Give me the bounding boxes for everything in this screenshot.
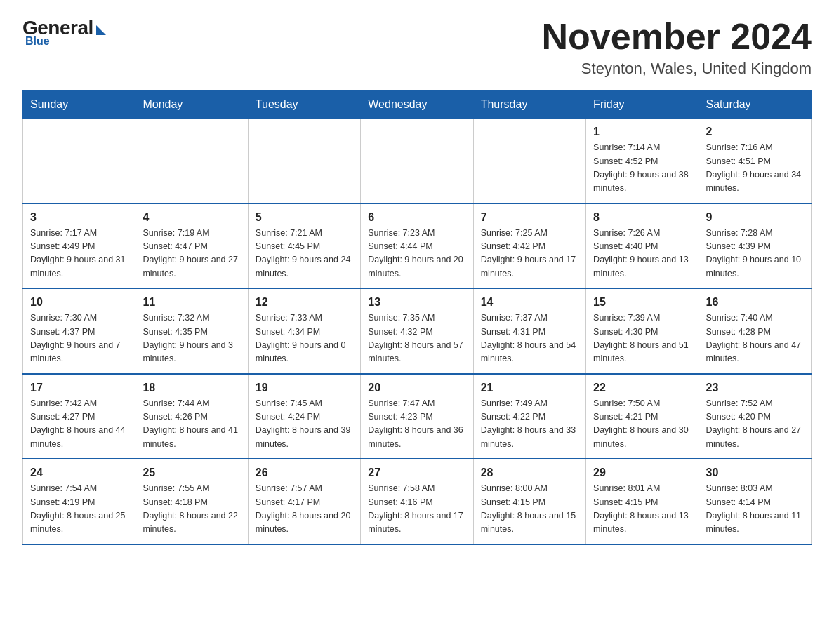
day-number: 27 <box>368 467 465 479</box>
day-info: Sunrise: 7:50 AM Sunset: 4:21 PM Dayligh… <box>593 397 691 452</box>
calendar-day-cell: 24Sunrise: 7:54 AM Sunset: 4:19 PM Dayli… <box>23 459 135 544</box>
calendar-day-cell: 25Sunrise: 7:55 AM Sunset: 4:18 PM Dayli… <box>135 459 248 544</box>
day-info: Sunrise: 8:00 AM Sunset: 4:15 PM Dayligh… <box>481 482 578 537</box>
logo-triangle-icon <box>96 25 106 35</box>
calendar-weekday-header: Thursday <box>473 91 585 119</box>
day-number: 30 <box>706 467 804 479</box>
calendar-week-row: 10Sunrise: 7:30 AM Sunset: 4:37 PM Dayli… <box>23 288 812 374</box>
day-info: Sunrise: 7:23 AM Sunset: 4:44 PM Dayligh… <box>368 227 465 281</box>
calendar-day-cell: 17Sunrise: 7:42 AM Sunset: 4:27 PM Dayli… <box>23 374 135 459</box>
calendar-day-cell: 2Sunrise: 7:16 AM Sunset: 4:51 PM Daylig… <box>699 119 811 203</box>
calendar-day-cell: 23Sunrise: 7:52 AM Sunset: 4:20 PM Dayli… <box>699 374 811 459</box>
day-info: Sunrise: 7:19 AM Sunset: 4:47 PM Dayligh… <box>143 227 240 281</box>
day-number: 24 <box>30 467 128 479</box>
day-info: Sunrise: 7:42 AM Sunset: 4:27 PM Dayligh… <box>30 397 128 452</box>
day-number: 26 <box>256 467 353 479</box>
day-number: 7 <box>481 211 578 224</box>
calendar-day-cell: 12Sunrise: 7:33 AM Sunset: 4:34 PM Dayli… <box>248 288 360 374</box>
calendar-day-cell: 14Sunrise: 7:37 AM Sunset: 4:31 PM Dayli… <box>473 288 585 374</box>
calendar-week-row: 1Sunrise: 7:14 AM Sunset: 4:52 PM Daylig… <box>23 119 812 203</box>
calendar-day-cell: 5Sunrise: 7:21 AM Sunset: 4:45 PM Daylig… <box>248 203 360 289</box>
day-number: 17 <box>30 382 128 394</box>
day-number: 22 <box>593 382 691 394</box>
day-info: Sunrise: 7:32 AM Sunset: 4:35 PM Dayligh… <box>143 311 240 366</box>
page-header: General Blue November 2024 Steynton, Wal… <box>22 17 812 78</box>
day-info: Sunrise: 7:26 AM Sunset: 4:40 PM Dayligh… <box>593 227 691 281</box>
day-number: 23 <box>706 382 804 394</box>
day-info: Sunrise: 7:37 AM Sunset: 4:31 PM Dayligh… <box>481 311 578 366</box>
day-number: 11 <box>143 296 240 309</box>
day-info: Sunrise: 7:58 AM Sunset: 4:16 PM Dayligh… <box>368 482 465 537</box>
day-info: Sunrise: 7:25 AM Sunset: 4:42 PM Dayligh… <box>481 227 578 281</box>
day-number: 8 <box>593 211 691 224</box>
calendar-weekday-header: Monday <box>135 91 248 119</box>
day-number: 28 <box>481 467 578 479</box>
day-info: Sunrise: 7:52 AM Sunset: 4:20 PM Dayligh… <box>706 397 804 452</box>
calendar-week-row: 24Sunrise: 7:54 AM Sunset: 4:19 PM Dayli… <box>23 459 812 544</box>
calendar-day-cell: 11Sunrise: 7:32 AM Sunset: 4:35 PM Dayli… <box>135 288 248 374</box>
calendar-day-cell: 29Sunrise: 8:01 AM Sunset: 4:15 PM Dayli… <box>586 459 699 544</box>
calendar-day-cell: 28Sunrise: 8:00 AM Sunset: 4:15 PM Dayli… <box>473 459 585 544</box>
calendar-day-cell: 8Sunrise: 7:26 AM Sunset: 4:40 PM Daylig… <box>586 203 699 289</box>
day-number: 18 <box>143 382 240 394</box>
day-number: 19 <box>256 382 353 394</box>
day-number: 25 <box>143 467 240 479</box>
day-number: 14 <box>481 296 578 309</box>
day-info: Sunrise: 7:49 AM Sunset: 4:22 PM Dayligh… <box>481 397 578 452</box>
calendar-day-cell: 3Sunrise: 7:17 AM Sunset: 4:49 PM Daylig… <box>23 203 135 289</box>
calendar-table: SundayMondayTuesdayWednesdayThursdayFrid… <box>22 90 812 545</box>
calendar-day-cell <box>248 119 360 203</box>
calendar-weekday-header: Saturday <box>699 91 811 119</box>
calendar-day-cell: 27Sunrise: 7:58 AM Sunset: 4:16 PM Dayli… <box>361 459 473 544</box>
day-info: Sunrise: 7:21 AM Sunset: 4:45 PM Dayligh… <box>256 227 353 281</box>
logo: General Blue <box>22 17 106 48</box>
calendar-day-cell: 7Sunrise: 7:25 AM Sunset: 4:42 PM Daylig… <box>473 203 585 289</box>
day-info: Sunrise: 7:16 AM Sunset: 4:51 PM Dayligh… <box>706 141 804 196</box>
calendar-weekday-header: Wednesday <box>361 91 473 119</box>
day-number: 9 <box>706 211 804 224</box>
calendar-day-cell <box>473 119 585 203</box>
day-number: 21 <box>481 382 578 394</box>
day-number: 12 <box>256 296 353 309</box>
calendar-day-cell <box>23 119 135 203</box>
day-number: 6 <box>368 211 465 224</box>
calendar-weekday-header: Sunday <box>23 91 135 119</box>
calendar-day-cell: 13Sunrise: 7:35 AM Sunset: 4:32 PM Dayli… <box>361 288 473 374</box>
day-info: Sunrise: 7:17 AM Sunset: 4:49 PM Dayligh… <box>30 227 128 281</box>
day-info: Sunrise: 7:30 AM Sunset: 4:37 PM Dayligh… <box>30 311 128 366</box>
day-number: 15 <box>593 296 691 309</box>
day-number: 13 <box>368 296 465 309</box>
day-info: Sunrise: 7:45 AM Sunset: 4:24 PM Dayligh… <box>256 397 353 452</box>
day-info: Sunrise: 7:28 AM Sunset: 4:39 PM Dayligh… <box>706 227 804 281</box>
calendar-day-cell: 20Sunrise: 7:47 AM Sunset: 4:23 PM Dayli… <box>361 374 473 459</box>
calendar-day-cell: 30Sunrise: 8:03 AM Sunset: 4:14 PM Dayli… <box>699 459 811 544</box>
calendar-day-cell <box>135 119 248 203</box>
calendar-weekday-header: Friday <box>586 91 699 119</box>
calendar-day-cell: 10Sunrise: 7:30 AM Sunset: 4:37 PM Dayli… <box>23 288 135 374</box>
day-number: 1 <box>593 126 691 138</box>
day-number: 10 <box>30 296 128 309</box>
day-info: Sunrise: 7:57 AM Sunset: 4:17 PM Dayligh… <box>256 482 353 537</box>
calendar-header-row: SundayMondayTuesdayWednesdayThursdayFrid… <box>23 91 812 119</box>
day-info: Sunrise: 8:03 AM Sunset: 4:14 PM Dayligh… <box>706 482 804 537</box>
calendar-week-row: 17Sunrise: 7:42 AM Sunset: 4:27 PM Dayli… <box>23 374 812 459</box>
day-info: Sunrise: 7:55 AM Sunset: 4:18 PM Dayligh… <box>143 482 240 537</box>
day-number: 3 <box>30 211 128 224</box>
calendar-week-row: 3Sunrise: 7:17 AM Sunset: 4:49 PM Daylig… <box>23 203 812 289</box>
day-info: Sunrise: 7:35 AM Sunset: 4:32 PM Dayligh… <box>368 311 465 366</box>
calendar-day-cell <box>361 119 473 203</box>
calendar-day-cell: 15Sunrise: 7:39 AM Sunset: 4:30 PM Dayli… <box>586 288 699 374</box>
day-info: Sunrise: 8:01 AM Sunset: 4:15 PM Dayligh… <box>593 482 691 537</box>
day-number: 20 <box>368 382 465 394</box>
calendar-day-cell: 19Sunrise: 7:45 AM Sunset: 4:24 PM Dayli… <box>248 374 360 459</box>
day-number: 16 <box>706 296 804 309</box>
calendar-day-cell: 21Sunrise: 7:49 AM Sunset: 4:22 PM Dayli… <box>473 374 585 459</box>
day-info: Sunrise: 7:47 AM Sunset: 4:23 PM Dayligh… <box>368 397 465 452</box>
calendar-day-cell: 16Sunrise: 7:40 AM Sunset: 4:28 PM Dayli… <box>699 288 811 374</box>
calendar-day-cell: 9Sunrise: 7:28 AM Sunset: 4:39 PM Daylig… <box>699 203 811 289</box>
day-info: Sunrise: 7:33 AM Sunset: 4:34 PM Dayligh… <box>256 311 353 366</box>
calendar-day-cell: 6Sunrise: 7:23 AM Sunset: 4:44 PM Daylig… <box>361 203 473 289</box>
calendar-day-cell: 1Sunrise: 7:14 AM Sunset: 4:52 PM Daylig… <box>586 119 699 203</box>
calendar-weekday-header: Tuesday <box>248 91 360 119</box>
logo-blue-text: Blue <box>25 35 50 48</box>
